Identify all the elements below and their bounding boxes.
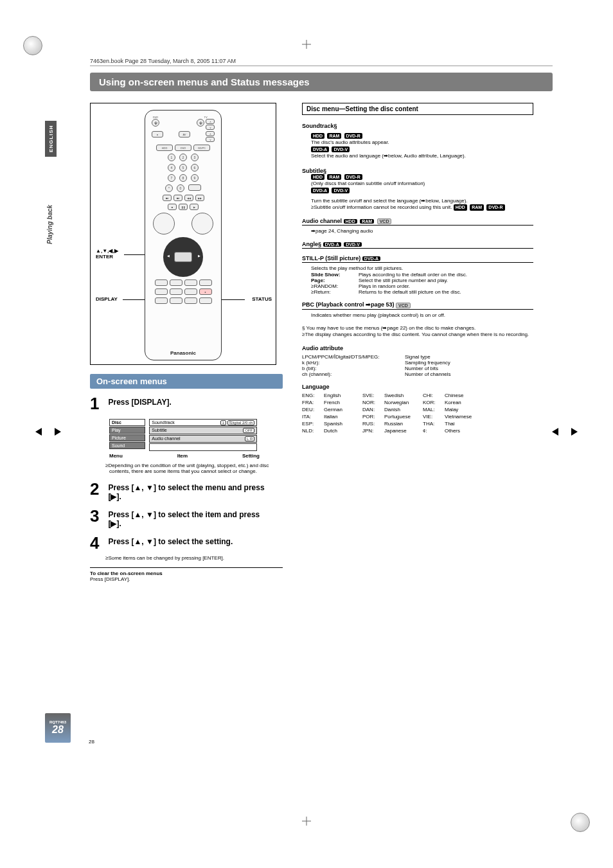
num-6: 6 [191, 164, 199, 172]
num-9: 9 [191, 174, 199, 182]
tag-dvda: DVD-A [323, 242, 341, 247]
nav-right-icon: ▶ [198, 254, 200, 258]
lang-cell: English [324, 393, 362, 398]
step-1-number: 1 [90, 394, 105, 414]
stillp-def-row: Slide Show:Plays according to the defaul… [311, 272, 533, 278]
step-4-number: 4 [90, 533, 105, 553]
num-3: 3 [191, 154, 199, 161]
section-heading: On-screen menus [90, 374, 283, 389]
ff-icon: ▶▶ [195, 195, 204, 201]
menu-item-sound: Sound [109, 442, 145, 449]
dubbing-btn [170, 297, 182, 304]
lang-cell: ESP: [302, 421, 324, 427]
lang-cell: FRA: [302, 400, 324, 405]
lang-cell: Others [445, 428, 483, 434]
ch-dn: ∨ [206, 137, 215, 142]
lang-cell: Norwegian [384, 400, 423, 405]
dvd-btn: DVD [175, 145, 191, 151]
col-label-setting: Setting [242, 453, 260, 459]
subtitle-line3: ≥Subtitle on/off information cannot be r… [311, 204, 533, 211]
menu-row-soundtrack: Soundtrack 1 ÎDigital 2/0 ch [149, 419, 257, 426]
step-3-number: 3 [90, 506, 105, 526]
lang-cell: THA: [423, 421, 445, 427]
lang-cell: Spanish [324, 421, 362, 427]
tag-vcd: VCD [377, 218, 392, 224]
lang-cell: French [324, 400, 362, 405]
attr-row: ch (channel):Number of channels [302, 371, 533, 377]
ch-up: ∧ [206, 131, 215, 136]
step-2-text: Press [▲, ▼] to select the menu and pres… [108, 479, 274, 501]
menu-item-play: Play [109, 427, 145, 434]
stillp-def-row: ≥RANDOM:Plays in random order. [311, 283, 533, 289]
tag-hdd: HDD [454, 204, 467, 210]
tag-hdd: HDD [311, 174, 324, 180]
direct-navigator-btn [153, 213, 175, 235]
lang-cell: Russian [384, 421, 423, 427]
lang-cell: ¢: [423, 428, 445, 434]
clear-heading: To clear the on-screen menus [90, 571, 283, 576]
tag-dvdr: DVD-R [344, 133, 362, 139]
osd-menu-diagram: Disc Play Picture Sound Soundtrack 1 ÎDi… [109, 419, 260, 459]
lang-cell: NLD: [302, 428, 324, 434]
step-4-text: Press [▲, ▼] to select the setting. [108, 533, 274, 546]
subtitle-heading: Subtitle§ [302, 168, 533, 174]
step-2-number: 2 [90, 479, 105, 499]
callout-display: DISPLAY [96, 296, 118, 302]
functions-btn [191, 213, 213, 235]
power-icon: ⏻ [152, 119, 159, 127]
subtitle-line2: Turn the subtitle on/off and select the … [311, 198, 533, 204]
erase-btn [170, 288, 182, 295]
lang-cell: Chinese [445, 393, 483, 398]
soundtrack-heading: Soundtrack§ [302, 123, 533, 129]
vol-up: ∧ [206, 119, 215, 124]
lang-cell: NOR: [362, 400, 384, 405]
tag-hdd: HDD [344, 219, 357, 224]
tag-dvda: DVD-A [362, 256, 380, 261]
language-tab: ENGLISH [45, 121, 57, 157]
pbc-line: Indicates whether menu play (playback co… [311, 312, 533, 319]
lang-cell: Korean [445, 400, 483, 405]
extlink-btn [155, 297, 168, 304]
soundtrack-line2: Select the audio and language (➡below, A… [311, 153, 533, 159]
lang-cell: Japanese [384, 428, 423, 434]
timeslip-btn [199, 279, 212, 286]
vol-dn: ∨ [206, 125, 215, 130]
tag-ram: RAM [327, 133, 341, 139]
lang-cell: Dutch [324, 428, 362, 434]
drive-btn: ● [152, 131, 163, 137]
lang-cell: POR: [362, 414, 384, 420]
step-3-text: Press [▲, ▼] to select the item and pres… [108, 506, 274, 528]
angle-heading: Angle§ DVD-A DVD-V [302, 241, 533, 249]
menu-item-disc: Disc [109, 419, 145, 426]
lang-cell: Thai [445, 421, 483, 427]
recmode-btn [184, 288, 197, 295]
tag-dvdv: DVD-V [332, 146, 350, 152]
num-5: 5 [179, 164, 187, 172]
callout-arrows-enter: ▲,▼,◀,▶ ENTER [96, 248, 118, 260]
tag-dvdv: DVD-V [344, 242, 362, 247]
lang-cell: KOR: [423, 400, 445, 405]
lang-cell: DEU: [302, 407, 324, 412]
callout-status: STATUS [252, 296, 272, 302]
menu-item-picture: Picture [109, 434, 145, 441]
attr-row: b (bit):Number of bits [302, 366, 533, 371]
skip-prev-icon: ⏮ [163, 195, 172, 201]
menu-row-subtitle: Subtitle OFF [149, 427, 257, 434]
menu-row-audioch: Audio channel L R [149, 435, 257, 443]
tag-dvdr: DVD-R [344, 174, 362, 180]
num-8: 8 [179, 174, 187, 182]
av-btn: AV [179, 131, 190, 137]
skip-next-icon: ⏭ [173, 195, 182, 201]
audioattr-heading: Audio attribute [302, 345, 533, 351]
pause-icon: ❚❚ [179, 204, 188, 210]
remote-label-dvd: DVD [152, 116, 159, 119]
num-1: 1 [168, 154, 175, 161]
lang-cell: SVE: [362, 393, 384, 398]
attr-row: k (kHz):Sampling frequency [302, 360, 533, 366]
sdpc-btn: SD/PC [193, 145, 210, 151]
progcheck-btn [155, 279, 168, 286]
lang-cell: Danish [384, 407, 423, 412]
lang-cell: ITA: [302, 414, 324, 420]
subtitle-line1: (Only discs that contain subtitle on/off… [311, 181, 533, 187]
nav-enter-label: ENTER [179, 251, 188, 254]
